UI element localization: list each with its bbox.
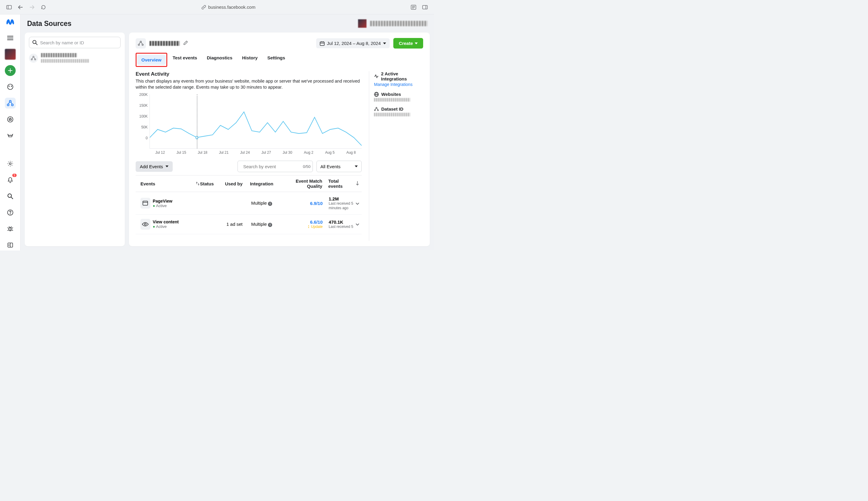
table-header-row: Events Status Used by Integration Event … [136,175,362,192]
col-emq[interactable]: Event Match Quality [292,179,328,189]
svg-line-19 [9,102,10,104]
edit-icon[interactable] [183,40,188,46]
add-events-button[interactable]: Add Events [136,161,173,172]
events-filter-label: All Events [320,164,341,169]
create-button[interactable]: Create [393,38,423,49]
chevron-down-icon [415,43,418,44]
event-total-sub: Last received 5 minutes ago [329,201,354,210]
event-total: 470.1K [329,220,354,225]
event-integration: Multiple i [251,222,292,227]
tab-overview[interactable]: Overview [137,55,166,65]
hamburger-icon[interactable] [5,33,16,43]
col-used-by[interactable]: Used by [225,181,250,186]
sort-icon[interactable] [196,181,200,186]
globe-icon [374,92,379,97]
event-used-by: 1 ad set [226,222,251,227]
gauge-icon[interactable] [5,82,16,92]
create-label: Create [399,41,413,46]
event-name: PageView [153,199,202,203]
svg-rect-6 [422,6,427,9]
tab-settings[interactable]: Settings [263,53,289,67]
dataset-sub [41,59,89,63]
tab-test-events[interactable]: Test events [169,53,201,67]
info-icon[interactable]: i [268,202,272,206]
org-selector[interactable] [358,19,427,28]
table-row[interactable]: PageView● ActiveMultiple i6.9/101.2MLast… [136,192,362,215]
col-status[interactable]: Status [200,181,225,186]
event-icon [140,198,150,209]
col-total[interactable]: Total events [328,179,353,189]
dataset-title [150,41,180,46]
dataset-name [41,53,77,57]
svg-point-57 [144,223,146,225]
event-activity-title: Event Activity [136,71,362,77]
sidebar-toggle-icon[interactable] [6,4,12,10]
url-text: business.facebook.com [208,4,256,10]
svg-point-22 [9,163,11,164]
reload-icon[interactable] [40,4,46,10]
svg-line-36 [36,43,37,45]
manage-integrations-link[interactable]: Manage Integrations [374,82,423,87]
meta-logo-icon[interactable] [6,19,15,26]
events-filter[interactable]: All Events [317,161,362,172]
date-range-text: Jul 12, 2024 – Aug 8, 2024 [327,41,381,46]
gear-icon[interactable] [5,158,16,169]
event-emq[interactable]: 6.6/10 [310,220,323,225]
tab-highlight-box: Overview [136,53,167,67]
svg-point-17 [7,104,9,106]
back-icon[interactable] [18,4,23,10]
panel-toggle-icon[interactable] [422,4,428,10]
bug-icon[interactable] [5,223,16,234]
events-search[interactable]: 0/50 [237,161,313,172]
events-search-input[interactable] [243,164,300,169]
svg-rect-55 [143,201,148,205]
date-range-picker[interactable]: Jul 12, 2024 – Aug 8, 2024 [316,38,390,48]
svg-point-14 [9,86,9,86]
reader-icon[interactable] [410,4,417,10]
info-icon[interactable]: i [268,223,272,227]
handshake-icon[interactable] [5,130,16,141]
org-avatar[interactable] [5,49,16,60]
dataset-search[interactable] [29,37,120,48]
url-bar[interactable]: business.facebook.com [202,4,256,10]
calendar-icon [320,41,324,46]
chart-y-axis: 200K150K100K50K0 [136,94,150,149]
tab-history[interactable]: History [238,53,262,67]
col-integration[interactable]: Integration [250,181,291,186]
table-row[interactable]: View content● Active1 ad setMultiple i6.… [136,215,362,234]
svg-point-18 [11,104,13,106]
col-events[interactable]: Events [140,181,155,186]
help-icon[interactable] [5,207,16,218]
websites-label: Websites [381,92,401,97]
forward-icon [29,4,35,10]
chart-guide-line [197,94,197,148]
svg-line-32 [12,230,13,231]
add-button[interactable] [5,65,16,76]
websites-value [374,98,410,102]
event-status: ● Active [153,224,202,229]
svg-point-37 [33,56,34,57]
chevron-down-icon[interactable] [356,203,359,205]
chevron-down-icon[interactable] [356,223,359,226]
star-icon[interactable] [5,114,16,125]
data-sources-icon[interactable] [5,98,16,108]
detail-panel: Jul 12, 2024 – Aug 8, 2024 Create Overvi… [129,33,430,246]
dataset-search-input[interactable] [40,40,117,45]
org-name [370,21,427,26]
event-emq[interactable]: 6.9/10 [310,201,323,206]
svg-line-64 [375,108,376,110]
sort-desc-icon[interactable] [356,181,359,185]
search-icon[interactable] [5,191,16,202]
svg-point-26 [10,214,10,214]
svg-line-41 [34,57,35,59]
svg-line-20 [11,102,12,104]
collapse-icon[interactable] [5,239,16,250]
svg-line-65 [377,108,378,110]
event-total-sub: Last received 5 [329,225,354,229]
chart-plot[interactable] [150,94,362,149]
event-activity-chart: 200K150K100K50K0 [136,94,362,149]
dataset-list-item[interactable] [29,53,120,63]
event-name: View content [153,220,202,224]
bell-icon[interactable]: 9 [5,174,16,185]
tab-diagnostics[interactable]: Diagnostics [203,53,237,67]
